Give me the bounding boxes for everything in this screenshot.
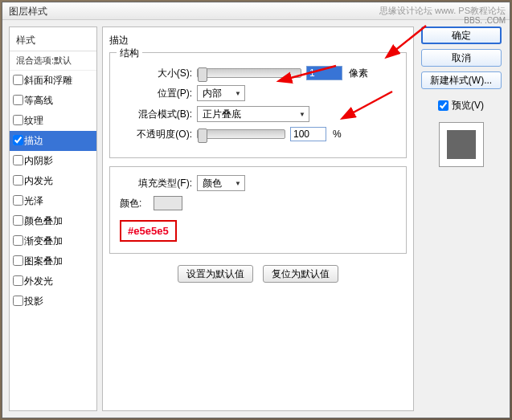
size-unit: 像素 [349, 67, 368, 80]
position-label: 位置(P): [120, 87, 192, 100]
style-checkbox-2[interactable] [13, 115, 23, 125]
style-item-3[interactable]: 描边 [10, 131, 96, 151]
style-checkbox-4[interactable] [13, 155, 23, 165]
structure-legend: 结构 [117, 47, 142, 60]
style-item-5[interactable]: 内发光 [10, 171, 96, 191]
blend-mode-label: 混合模式(B): [120, 108, 192, 121]
opacity-input[interactable]: 100 [290, 127, 326, 141]
dialog-buttons-panel: 确定 取消 新建样式(W)... 预览(V) [419, 27, 503, 411]
blend-options-default[interactable]: 混合选项:默认 [10, 51, 96, 71]
style-checkbox-5[interactable] [13, 175, 23, 186]
style-item-6[interactable]: 光泽 [10, 191, 96, 211]
style-list-panel: 样式 混合选项:默认 斜面和浮雕等高线纹理描边内阴影内发光光泽颜色叠加渐变叠加图… [9, 27, 97, 411]
hex-annotation: #e5e5e5 [120, 220, 177, 242]
watermark-text-2: BBS. .COM [464, 16, 506, 25]
style-checkbox-7[interactable] [13, 215, 23, 226]
style-item-10[interactable]: 外发光 [10, 271, 96, 292]
style-label: 斜面和浮雕 [24, 75, 72, 86]
style-checkbox-1[interactable] [13, 95, 23, 105]
new-style-button[interactable]: 新建样式(W)... [421, 71, 502, 89]
stroke-panel: 描边 结构 大小(S): 1 像素 位置(P): 内部 混合模式(B): 正片叠… [102, 27, 414, 411]
style-item-8[interactable]: 渐变叠加 [10, 231, 96, 251]
preview-checkbox[interactable] [438, 100, 449, 111]
cancel-button[interactable]: 取消 [421, 49, 502, 67]
style-item-9[interactable]: 图案叠加 [10, 251, 96, 271]
watermark-text: 思缘设计论坛 www. PS教程论坛 [379, 5, 506, 17]
layer-style-dialog: 图层样式 样式 混合选项:默认 斜面和浮雕等高线纹理描边内阴影内发光光泽颜色叠加… [2, 2, 510, 418]
style-item-4[interactable]: 内阴影 [10, 151, 96, 171]
ok-button[interactable]: 确定 [421, 27, 502, 44]
blend-mode-select[interactable]: 正片叠底 [197, 106, 309, 122]
style-checkbox-8[interactable] [13, 235, 23, 246]
color-label: 颜色: [120, 197, 149, 210]
fill-type-select[interactable]: 颜色 [197, 175, 245, 191]
style-label: 图案叠加 [24, 255, 63, 267]
color-swatch[interactable] [154, 196, 182, 210]
set-default-button[interactable]: 设置为默认值 [178, 265, 253, 283]
style-label: 等高线 [24, 95, 53, 106]
fill-type-label: 填充类型(F): [120, 177, 192, 190]
style-item-0[interactable]: 斜面和浮雕 [10, 71, 96, 91]
style-checkbox-9[interactable] [13, 255, 23, 266]
style-label: 描边 [24, 135, 43, 146]
structure-fieldset: 结构 大小(S): 1 像素 位置(P): 内部 混合模式(B): 正片叠底 不… [109, 52, 407, 158]
style-checkbox-0[interactable] [13, 75, 23, 85]
style-label: 外发光 [24, 275, 53, 287]
style-label: 渐变叠加 [24, 235, 63, 247]
preview-label: 预览(V) [452, 99, 484, 112]
style-label: 内阴影 [24, 155, 53, 166]
style-label: 颜色叠加 [24, 215, 63, 226]
preview-swatch [447, 130, 476, 159]
style-item-1[interactable]: 等高线 [10, 91, 96, 111]
style-checkbox-6[interactable] [13, 195, 23, 206]
style-label: 内发光 [24, 175, 53, 186]
style-checkbox-3[interactable] [13, 135, 23, 145]
reset-default-button[interactable]: 复位为默认值 [263, 265, 338, 283]
style-checkbox-10[interactable] [13, 275, 23, 286]
style-label: 纹理 [24, 115, 43, 126]
size-input[interactable]: 1 [306, 66, 342, 80]
opacity-unit: % [333, 128, 342, 140]
style-label: 投影 [24, 296, 43, 307]
position-select[interactable]: 内部 [197, 85, 245, 101]
style-label: 光泽 [24, 195, 43, 206]
size-slider[interactable] [197, 68, 301, 78]
style-item-2[interactable]: 纹理 [10, 111, 96, 131]
size-label: 大小(S): [120, 67, 192, 80]
opacity-label: 不透明度(O): [120, 128, 192, 141]
fill-fieldset: 填充类型(F): 颜色 颜色: #e5e5e5 [109, 166, 407, 254]
style-item-7[interactable]: 颜色叠加 [10, 211, 96, 231]
preview-thumbnail [439, 122, 484, 167]
preview-checkbox-row[interactable]: 预览(V) [438, 99, 484, 112]
style-list-header: 样式 [10, 31, 96, 51]
opacity-slider[interactable] [197, 129, 285, 139]
style-checkbox-11[interactable] [13, 296, 23, 306]
style-item-11[interactable]: 投影 [10, 292, 96, 312]
panel-section-title: 描边 [109, 34, 407, 47]
